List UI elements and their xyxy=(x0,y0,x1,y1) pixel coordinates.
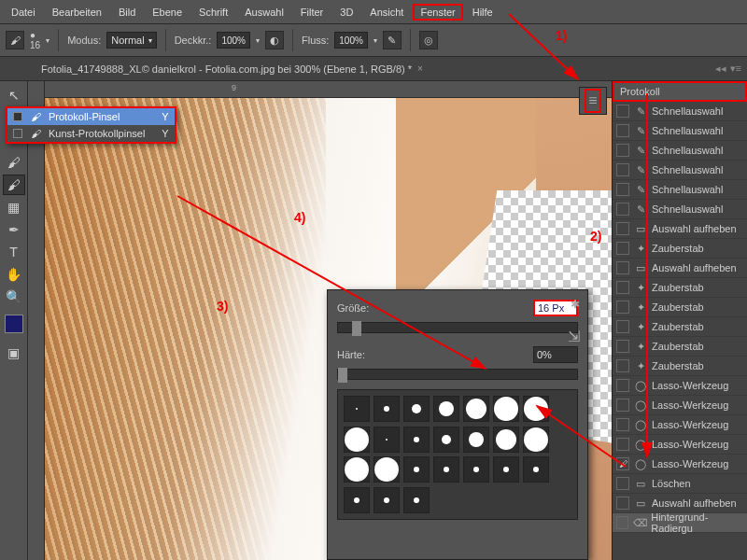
brush-preset[interactable] xyxy=(493,456,519,483)
history-row[interactable]: ▭ Auswahl aufheben xyxy=(613,259,747,278)
history-source-checkbox[interactable] xyxy=(616,242,629,255)
history-source-checkbox[interactable] xyxy=(616,418,629,431)
history-source-checkbox[interactable] xyxy=(616,124,629,137)
brush-preset[interactable] xyxy=(433,456,459,483)
brush-preset[interactable] xyxy=(374,487,400,513)
document-tab[interactable]: Fotolia_41749888_XL© danielkrol - Fotoli… xyxy=(34,60,430,78)
menu-bearbeiten[interactable]: Bearbeiten xyxy=(45,4,109,21)
history-brush-tool[interactable]: 🖌 xyxy=(3,175,25,195)
menu-ebene[interactable]: Ebene xyxy=(145,4,190,21)
history-row[interactable]: ✦ Zauberstab xyxy=(613,317,747,337)
history-row[interactable]: ▭ Auswahl aufheben xyxy=(613,494,747,513)
history-source-checkbox[interactable] xyxy=(616,320,629,333)
history-source-checkbox[interactable] xyxy=(616,399,629,412)
history-row[interactable]: ⌫ Hintergrund-Radiergu xyxy=(613,513,747,533)
tool-preset-icon[interactable]: 🖌 xyxy=(6,31,24,49)
pressure-size-icon[interactable]: ◎ xyxy=(419,31,438,49)
airbrush-icon[interactable]: ✎ xyxy=(383,31,402,49)
brush-preset[interactable] xyxy=(344,396,370,422)
history-row[interactable]: ✎ Schnellauswahl xyxy=(613,121,747,141)
pen-tool[interactable]: ✒ xyxy=(3,219,25,240)
brush-preset[interactable] xyxy=(403,487,430,513)
history-source-checkbox[interactable] xyxy=(616,438,629,451)
history-row[interactable]: ✦ Zauberstab xyxy=(613,298,747,317)
tab-menu-icon[interactable]: ▾≡ xyxy=(730,63,741,75)
brush-preset[interactable] xyxy=(403,456,430,483)
history-source-checkbox[interactable] xyxy=(616,497,629,510)
history-row[interactable]: ✎ Schnellauswahl xyxy=(613,141,747,161)
flow-field[interactable]: 100% xyxy=(334,32,368,49)
history-row[interactable]: ✦ Zauberstab xyxy=(613,337,747,357)
history-row[interactable]: ✦ Zauberstab xyxy=(613,278,747,298)
close-icon[interactable]: × xyxy=(417,63,423,74)
gear-icon[interactable]: ✱ xyxy=(571,298,580,311)
brush-size-preview[interactable]: ●16 xyxy=(30,30,40,50)
history-row[interactable]: ◯ Lasso-Werkzeug xyxy=(613,376,747,396)
brush-preset[interactable] xyxy=(374,396,400,422)
history-row[interactable]: ✎ Schnellauswahl xyxy=(613,102,747,121)
brush-preset[interactable] xyxy=(463,396,489,422)
brush-hardness-field[interactable]: 0% xyxy=(533,346,578,363)
history-row[interactable]: ◯ Lasso-Werkzeug xyxy=(613,415,747,435)
history-row[interactable]: ✎ Schnellauswahl xyxy=(613,180,747,200)
flyout-item-kunst-protokollpinsel[interactable]: 🖌 Kunst-Protokollpinsel Y xyxy=(7,125,175,142)
menu-ansicht[interactable]: Ansicht xyxy=(362,4,411,21)
brush-preset[interactable] xyxy=(374,427,400,453)
gradient-tool[interactable]: ▦ xyxy=(3,197,25,217)
brush-tool[interactable]: 🖌 xyxy=(3,152,25,173)
history-source-checkbox[interactable] xyxy=(616,261,629,274)
brush-preset[interactable] xyxy=(433,427,459,453)
history-source-checkbox[interactable] xyxy=(616,340,629,353)
quick-mask-icon[interactable]: ▣ xyxy=(3,343,25,363)
history-row[interactable]: ◯ Lasso-Werkzeug xyxy=(613,455,747,474)
brush-preset[interactable] xyxy=(493,396,519,422)
history-source-checkbox[interactable] xyxy=(616,379,629,392)
brush-preset[interactable] xyxy=(433,396,459,422)
history-panel-title[interactable]: Protokoll xyxy=(613,81,747,102)
hand-tool[interactable]: ✋ xyxy=(3,264,25,285)
move-tool[interactable]: ↖ xyxy=(3,85,25,105)
history-source-checkbox[interactable] xyxy=(616,144,629,157)
menu-fenster[interactable]: Fenster xyxy=(413,4,462,21)
history-row[interactable]: ✦ Zauberstab xyxy=(613,239,747,259)
history-source-checkbox[interactable] xyxy=(616,516,628,529)
history-source-checkbox[interactable] xyxy=(616,359,629,372)
history-row[interactable]: ◯ Lasso-Werkzeug xyxy=(613,396,747,415)
history-source-checkbox[interactable] xyxy=(616,457,629,470)
flyout-item-protokoll-pinsel[interactable]: 🖌 Protokoll-Pinsel Y xyxy=(7,108,175,125)
history-row[interactable]: ✦ Zauberstab xyxy=(613,357,747,376)
history-source-checkbox[interactable] xyxy=(616,477,629,490)
history-source-checkbox[interactable] xyxy=(616,163,629,176)
zoom-tool[interactable]: 🔍 xyxy=(3,287,25,307)
menu-filter[interactable]: Filter xyxy=(293,4,331,21)
history-source-checkbox[interactable] xyxy=(616,301,629,314)
brush-preset[interactable] xyxy=(403,396,430,422)
brush-preset[interactable] xyxy=(493,427,519,453)
history-row[interactable]: ▭ Auswahl aufheben xyxy=(613,219,747,239)
tab-scroll-left-icon[interactable]: ◂◂ xyxy=(715,63,726,75)
opacity-field[interactable]: 100% xyxy=(217,32,250,49)
brush-preset[interactable] xyxy=(523,427,549,453)
history-row[interactable]: ✎ Schnellauswahl xyxy=(613,161,747,180)
history-source-checkbox[interactable] xyxy=(616,105,629,118)
collapsed-panel-icon[interactable]: ≡ xyxy=(579,87,607,115)
menu-bild[interactable]: Bild xyxy=(111,4,143,21)
mode-select[interactable]: Normal▾ xyxy=(106,32,156,49)
menu-3d[interactable]: 3D xyxy=(332,4,360,21)
menu-hilfe[interactable]: Hilfe xyxy=(465,4,500,21)
brush-preset[interactable] xyxy=(403,427,430,453)
history-source-checkbox[interactable] xyxy=(616,281,629,294)
resize-arrow-icon[interactable]: ⇲ xyxy=(568,328,580,345)
brush-preset[interactable] xyxy=(344,427,370,453)
foreground-color-swatch[interactable] xyxy=(5,315,23,333)
history-row[interactable]: ▭ Löschen xyxy=(613,474,747,494)
history-source-checkbox[interactable] xyxy=(616,183,629,196)
history-row[interactable]: ✎ Schnellauswahl xyxy=(613,200,747,219)
brush-preset[interactable] xyxy=(344,487,370,513)
menu-schrift[interactable]: Schrift xyxy=(191,4,235,21)
menu-datei[interactable]: Datei xyxy=(4,4,43,21)
brush-preset[interactable] xyxy=(374,456,400,483)
brush-hardness-slider[interactable] xyxy=(337,369,578,380)
history-source-checkbox[interactable] xyxy=(616,222,629,235)
menu-auswahl[interactable]: Auswahl xyxy=(237,4,291,21)
